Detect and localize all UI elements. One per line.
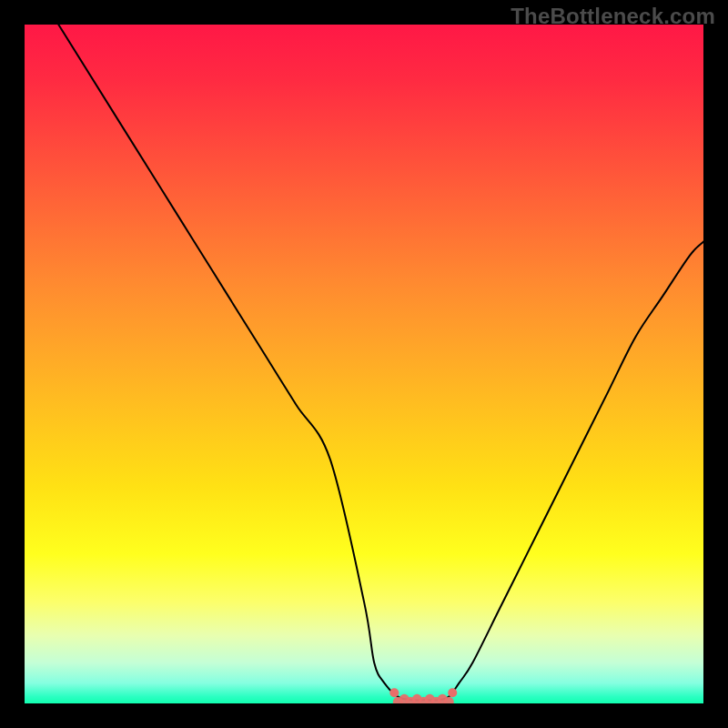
watermark-text: TheBottleneck.com <box>511 4 715 29</box>
gradient-plot-area <box>25 25 703 703</box>
chart-frame: TheBottleneck.com <box>0 0 728 728</box>
